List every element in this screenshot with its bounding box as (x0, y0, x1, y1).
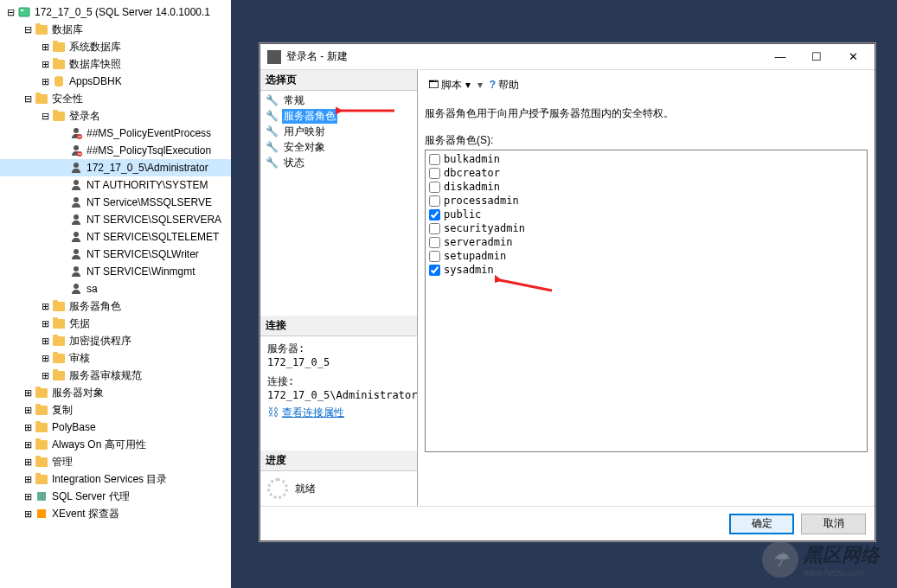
role-name: securityadmin (444, 222, 525, 234)
folder-icon (35, 438, 48, 451)
tree-login-node[interactable]: ·NT SERVICE\Winmgmt (0, 263, 231, 280)
page-label: 常规 (282, 93, 306, 108)
tree-node-label: 审核 (67, 351, 90, 366)
tree-login-node[interactable]: ·sa (0, 280, 231, 297)
user-disabled-icon (69, 144, 83, 157)
page-securables[interactable]: 🔧安全对象 (260, 139, 417, 155)
tree-node[interactable]: ⊞Integration Services 目录 (0, 470, 231, 488)
tree-node[interactable]: ⊞服务器对象 (0, 384, 231, 401)
role-item[interactable]: public (427, 208, 865, 221)
object-explorer-tree[interactable]: ⊟172_17_0_5 (SQL Server 14.0.1000.1 ⊟数据库… (0, 0, 232, 588)
tree-login-node[interactable]: ·NT SERVICE\SQLSERVERA (0, 211, 231, 228)
role-checkbox[interactable] (429, 265, 440, 276)
role-checkbox[interactable] (429, 195, 440, 207)
folder-icon (52, 316, 66, 330)
tree-login-node[interactable]: ·NT SERVICE\SQLTELEMET (0, 228, 231, 246)
user-icon (69, 161, 83, 175)
tree-node[interactable]: ⊞Always On 高可用性 (0, 436, 231, 453)
tree-node[interactable]: ⊞数据库快照 (0, 55, 231, 73)
tree-node-label: 凭据 (67, 316, 90, 331)
tree-node-label: 数据库快照 (67, 57, 121, 72)
tree-node[interactable]: ⊞加密提供程序 (0, 332, 231, 349)
minimize-button[interactable]: — (762, 45, 798, 69)
help-button[interactable]: ?帮助 (486, 78, 522, 93)
cancel-button[interactable]: 取消 (801, 514, 866, 534)
tree-server-node[interactable]: ⊟172_17_0_5 (SQL Server 14.0.1000.1 (0, 3, 231, 21)
tree-login-node-selected[interactable]: ·172_17_0_5\Administrator (0, 159, 231, 176)
tree-node[interactable]: ⊞管理 (0, 453, 231, 470)
page-general[interactable]: 🔧常规 (260, 93, 417, 108)
tree-node[interactable]: ⊟登录名 (0, 107, 231, 125)
role-item[interactable]: serveradmin (427, 235, 865, 249)
tree-login-node[interactable]: ·NT Service\MSSQLSERVE (0, 194, 231, 211)
tree-login-node[interactable]: ·##MS_PolicyEventProcess (0, 125, 231, 142)
folder-icon (35, 455, 48, 469)
page-label: 用户映射 (282, 125, 327, 139)
folder-icon (35, 472, 48, 486)
help-label: 帮助 (498, 78, 519, 93)
tree-node[interactable]: ⊞凭据 (0, 315, 231, 332)
svg-rect-16 (37, 509, 46, 518)
tree-node[interactable]: ⊞系统数据库 (0, 38, 231, 55)
tree-node-label: 服务器角色 (67, 299, 121, 314)
user-disabled-icon (69, 126, 83, 140)
tree-node[interactable]: ⊞审核 (0, 349, 231, 367)
svg-point-13 (74, 266, 79, 272)
database-icon (52, 74, 66, 88)
role-checkbox[interactable] (429, 251, 440, 262)
dialog-toolbar: 🗔 脚本 ▾ ▾ ?帮助 (425, 75, 868, 94)
tree-node[interactable]: ⊞AppsDBHK (0, 73, 231, 90)
wrench-icon: 🔧 (266, 110, 279, 122)
tree-login-node[interactable]: ·NT AUTHORITY\SYSTEM (0, 176, 231, 194)
tree-node-label: NT SERVICE\SQLWriter (85, 248, 199, 260)
dialog-title: 登录名 - 新建 (286, 49, 762, 64)
role-checkbox[interactable] (429, 154, 440, 165)
view-connection-link[interactable]: 查看连接属性 (282, 406, 344, 419)
role-item[interactable]: dbcreator (427, 166, 865, 180)
folder-icon (35, 420, 48, 434)
dialog-titlebar[interactable]: 登录名 - 新建 — ☐ ✕ (260, 44, 875, 70)
server-icon (17, 5, 31, 19)
role-item[interactable]: setupadmin (427, 249, 865, 263)
role-item[interactable]: sysadmin (427, 263, 865, 277)
user-icon (69, 282, 83, 296)
help-icon: ? (490, 79, 496, 91)
page-status[interactable]: 🔧状态 (260, 155, 417, 170)
tree-node[interactable]: ⊞服务器角色 (0, 297, 231, 315)
tree-node-label: NT Service\MSSQLSERVE (85, 196, 212, 208)
tree-node[interactable]: ⊞服务器审核规范 (0, 367, 231, 384)
maximize-button[interactable]: ☐ (798, 45, 835, 69)
role-item[interactable]: bulkadmin (427, 152, 865, 166)
folder-icon (35, 22, 48, 36)
role-item[interactable]: processadmin (427, 194, 865, 208)
tree-login-node[interactable]: ·NT SERVICE\SQLWriter (0, 246, 231, 263)
server-roles-listbox[interactable]: bulkadmindbcreatordiskadminprocessadminp… (425, 150, 868, 452)
dialog-button-bar: 确定 取消 (260, 506, 875, 540)
tree-node-label: NT AUTHORITY\SYSTEM (85, 179, 208, 191)
script-button[interactable]: 🗔 脚本 ▾ (425, 78, 474, 93)
tree-node[interactable]: ⊟安全性 (0, 90, 231, 107)
role-checkbox[interactable] (429, 237, 440, 248)
role-checkbox[interactable] (429, 168, 440, 179)
tree-node[interactable]: ⊞XEvent 探查器 (0, 505, 231, 522)
tree-node-label: 服务器对象 (50, 386, 104, 400)
folder-icon (52, 334, 66, 348)
tree-node-label: Integration Services 目录 (50, 472, 167, 487)
role-checkbox[interactable] (429, 182, 440, 193)
tree-node[interactable]: ⊞复制 (0, 401, 231, 419)
svg-point-11 (74, 232, 79, 237)
ok-button[interactable]: 确定 (729, 514, 794, 534)
role-item[interactable]: diskadmin (427, 180, 865, 194)
tree-login-node[interactable]: ·##MS_PolicyTsqlExecution (0, 142, 231, 159)
user-icon (69, 247, 83, 261)
role-checkbox[interactable] (429, 209, 440, 220)
page-server-roles[interactable]: 🔧服务器角色 (260, 108, 417, 124)
role-checkbox[interactable] (429, 223, 440, 234)
tree-node[interactable]: ⊞SQL Server 代理 (0, 488, 231, 505)
tree-node[interactable]: ⊟数据库 (0, 21, 231, 38)
tree-node[interactable]: ⊞PolyBase (0, 419, 231, 436)
close-button[interactable]: ✕ (835, 45, 871, 69)
page-user-mapping[interactable]: 🔧用户映射 (260, 124, 417, 139)
role-item[interactable]: securityadmin (427, 221, 865, 235)
xevent-icon (35, 507, 48, 521)
